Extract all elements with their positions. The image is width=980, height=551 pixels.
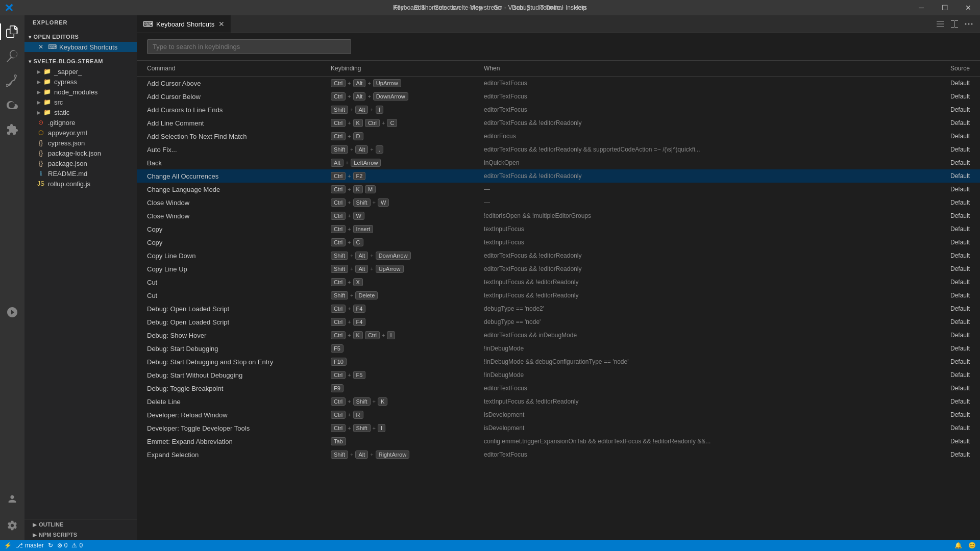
shortcut-source: Default — [909, 106, 970, 113]
key-badge: I — [376, 106, 383, 114]
shortcuts-table[interactable]: Add Cursor AboveCtrl+Alt+UpArroweditorTe… — [137, 77, 980, 540]
feedback-status-item[interactable]: 😊 — [968, 542, 976, 549]
table-row[interactable]: Close WindowCtrl+Shift+W—Default — [137, 196, 980, 209]
table-row[interactable]: CopyCtrl+InserttextInputFocusDefault — [137, 222, 980, 236]
outline-section[interactable]: ▶ Outline — [24, 519, 137, 530]
table-row[interactable]: Copy Line DownShift+Alt+DownArroweditorT… — [137, 249, 980, 262]
close-button[interactable]: ✕ — [957, 0, 980, 15]
source-control-activity-icon[interactable] — [0, 68, 24, 93]
file-close-icon[interactable]: ✕ — [37, 43, 45, 51]
table-row[interactable]: Delete LineCtrl+Shift+KtextInputFocus &&… — [137, 395, 980, 408]
shortcut-keybinding: Tab — [331, 437, 484, 445]
shortcut-when: editorTextFocus && !editorReadonly — [484, 252, 909, 259]
accounts-activity-icon[interactable] — [0, 487, 24, 511]
table-row[interactable]: Emmet: Expand AbbreviationTabconfig.emme… — [137, 435, 980, 448]
sidebar-item-package-json[interactable]: {} package.json — [24, 158, 137, 168]
table-row[interactable]: Expand SelectionShift+Alt+RightArrowedit… — [137, 448, 980, 461]
table-row[interactable]: Developer: Reload WindowCtrl+RisDevelopm… — [137, 408, 980, 421]
table-row[interactable]: CutCtrl+XtextInputFocus && !editorReadon… — [137, 276, 980, 289]
key-badge: Shift — [331, 265, 348, 273]
key-badge: Alt — [355, 145, 368, 154]
table-row[interactable]: Add Cursor BelowCtrl+Alt+DownArroweditor… — [137, 90, 980, 103]
remote-icon: ⚡ — [4, 542, 12, 549]
project-header[interactable]: ▾ SVELTE-BLOG-STREAM — [24, 56, 137, 66]
table-row[interactable]: Debug: Open Loaded ScriptCtrl+F4debugTyp… — [137, 315, 980, 329]
table-row[interactable]: Debug: Open Loaded ScriptCtrl+F4debugTyp… — [137, 302, 980, 315]
key-badge: F4 — [353, 305, 366, 313]
table-row[interactable]: Add Cursor AboveCtrl+Alt+UpArroweditorTe… — [137, 77, 980, 90]
sidebar-item-readme[interactable]: ℹ README.md — [24, 168, 137, 179]
table-row[interactable]: Debug: Start Debugging and Stop on Entry… — [137, 355, 980, 368]
split-editor-button[interactable] — [947, 17, 962, 31]
table-row[interactable]: Auto Fix...Shift+Alt+.editorTextFocus &&… — [137, 143, 980, 156]
svg-point-0 — [965, 23, 967, 24]
sidebar-item-src[interactable]: ▶ 📁 src — [24, 97, 137, 107]
sidebar-item-appveyor[interactable]: ⬡ appveyor.yml — [24, 128, 137, 138]
maximize-button[interactable]: ☐ — [933, 0, 957, 15]
branch-status-item[interactable]: ⎇ master — [16, 542, 44, 549]
window-controls: ─ ☐ ✕ — [910, 0, 980, 15]
table-row[interactable]: Developer: Toggle Developer ToolsCtrl+Sh… — [137, 421, 980, 435]
table-row[interactable]: Close WindowCtrl+W!editorIsOpen && !mult… — [137, 209, 980, 222]
open-editor-keyboard-shortcuts[interactable]: ✕ ⌨ Keyboard Shortcuts — [24, 42, 137, 52]
explorer-activity-icon[interactable] — [0, 19, 24, 44]
sidebar-item-rollup[interactable]: JS rollup.config.js — [24, 179, 137, 189]
remote-status-item[interactable]: ⚡ — [4, 542, 12, 549]
key-badge: D — [353, 132, 363, 140]
shortcut-keybinding: Shift+Alt+DownArrow — [331, 252, 484, 260]
sidebar-item-sapper[interactable]: ▶ 📁 _sapper_ — [24, 66, 137, 77]
more-actions-button[interactable] — [962, 17, 976, 31]
project-section: ▾ SVELTE-BLOG-STREAM ▶ 📁 _sapper_ ▶ 📁 cy… — [24, 54, 137, 191]
sidebar-item-node-modules[interactable]: ▶ 📁 node_modules — [24, 87, 137, 97]
package-json-icon: {} — [37, 159, 45, 167]
table-row[interactable]: Add Cursors to Line EndsShift+Alt+Iedito… — [137, 103, 980, 116]
table-row[interactable]: Add Selection To Next Find MatchCtrl+Ded… — [137, 130, 980, 143]
tab-close-button[interactable]: ✕ — [218, 20, 225, 28]
sidebar-item-package-lock[interactable]: {} package-lock.json — [24, 148, 137, 158]
static-icon: 📁 — [43, 108, 51, 116]
npm-scripts-section[interactable]: ▶ NPM Scripts — [24, 530, 137, 540]
shortcut-source: Default — [909, 411, 970, 418]
sidebar-item-cypress[interactable]: ▶ 📁 cypress — [24, 77, 137, 87]
settings-activity-icon[interactable] — [0, 513, 24, 538]
key-badge: Shift — [331, 145, 348, 154]
remote-activity-icon[interactable] — [0, 300, 24, 324]
shortcut-when: isDevelopment — [484, 424, 909, 432]
errors-status-item[interactable]: ⊗ 0 — [57, 542, 68, 549]
table-row[interactable]: BackAlt+LeftArrowinQuickOpenDefault — [137, 156, 980, 169]
debug-activity-icon[interactable] — [0, 93, 24, 117]
table-row[interactable]: Change Language ModeCtrl+KM—Default — [137, 183, 980, 196]
shortcut-when: textInputFocus && !editorReadonly — [484, 292, 909, 299]
keyboard-shortcuts-tab[interactable]: ⌨ Keyboard Shortcuts ✕ — [137, 15, 231, 33]
search-activity-icon[interactable] — [0, 44, 24, 68]
table-row[interactable]: CutShift+DeletetextInputFocus && !editor… — [137, 289, 980, 302]
key-badge: Ctrl — [331, 185, 346, 193]
key-badge: UpArrow — [376, 265, 404, 273]
sidebar-item-gitignore[interactable]: ⊙ .gitignore — [24, 117, 137, 128]
shortcut-when: editorFocus — [484, 133, 909, 140]
warnings-status-item[interactable]: ⚠ 0 — [71, 542, 83, 549]
table-row[interactable]: Change All OccurrencesCtrl+F2editorTextF… — [137, 169, 980, 183]
command-header: Command — [147, 65, 331, 72]
keybindings-search-input[interactable] — [147, 39, 351, 54]
table-row[interactable]: Copy Line UpShift+Alt+UpArroweditorTextF… — [137, 262, 980, 276]
extensions-activity-icon[interactable] — [0, 117, 24, 142]
minimize-button[interactable]: ─ — [910, 0, 933, 15]
table-row[interactable]: Debug: Start Without DebuggingCtrl+F5!in… — [137, 368, 980, 382]
shortcut-command: Debug: Open Loaded Script — [147, 318, 331, 326]
sync-status-item[interactable]: ↻ — [48, 542, 53, 549]
sidebar-item-static[interactable]: ▶ 📁 static — [24, 107, 137, 117]
table-row[interactable]: Add Line CommentCtrl+KCtrl+CeditorTextFo… — [137, 116, 980, 130]
notifications-status-item[interactable]: 🔔 — [954, 542, 962, 549]
open-editors-header[interactable]: ▾ Open Editors — [24, 32, 137, 42]
table-row[interactable]: Debug: Show HoverCtrl+KCtrl+IeditorTextF… — [137, 329, 980, 342]
shortcut-when: editorTextFocus — [484, 385, 909, 392]
sidebar-item-cypress-json[interactable]: {} cypress.json — [24, 138, 137, 148]
key-badge: F10 — [331, 358, 347, 366]
table-row[interactable]: CopyCtrl+CtextInputFocusDefault — [137, 236, 980, 249]
open-settings-json-button[interactable] — [933, 17, 947, 31]
tab-bar: ⌨ Keyboard Shortcuts ✕ — [137, 15, 980, 33]
shortcut-keybinding: Ctrl+Insert — [331, 225, 484, 233]
table-row[interactable]: Debug: Start DebuggingF5!inDebugModeDefa… — [137, 342, 980, 355]
table-row[interactable]: Debug: Toggle BreakpointF9editorTextFocu… — [137, 382, 980, 395]
